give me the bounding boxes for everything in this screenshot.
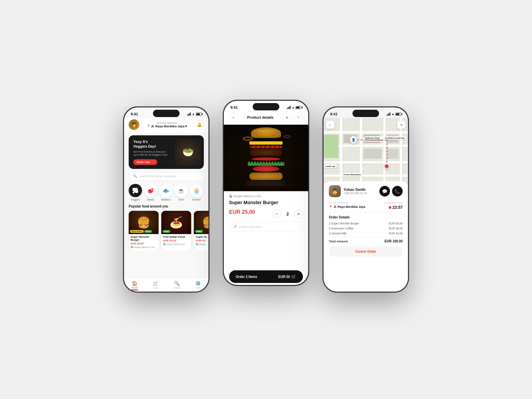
road-h3 (324, 161, 408, 163)
quantity-control: − 2 + (272, 209, 303, 218)
dashed-divider (329, 237, 403, 237)
courier-actions: 💬 📞 (379, 186, 403, 197)
share-button[interactable]: ⎋ (282, 113, 292, 122)
category-veggies[interactable]: 🥦 Veggies (129, 184, 142, 201)
dynamic-island-2 (253, 103, 279, 110)
home-nav-icon: 🏠 (132, 281, 137, 286)
cart-nav-icon: 🛒 (153, 281, 159, 286)
food-badges-burger2: Free (195, 230, 203, 233)
total-row: Total Amount EUR 100,00 (329, 239, 403, 243)
road-h1 (324, 131, 408, 133)
category-seafood[interactable]: 🐟 Seafood (159, 184, 173, 201)
arrow-right-icon: → (151, 161, 154, 164)
food-name-burger: Super Monster Burger (131, 235, 157, 241)
notification-bell[interactable]: 🔔 (195, 120, 204, 129)
search-nav-label: Search (173, 287, 181, 289)
time-value: 23:57 (392, 205, 403, 210)
courier-info: 👨 Yohan Smith +380 93 555 22 55 (329, 185, 367, 197)
category-label-dessert: Dessert (192, 198, 201, 201)
category-dessert[interactable]: 🧁 Dessert (190, 184, 203, 201)
store-icon-1: 🏪 (131, 246, 133, 248)
categories-row: 🥦 Veggies 🥩 Meats 🐟 Seafood ☕ Drink 🧁 (124, 184, 208, 204)
store-icon-detail: 🏪 (229, 195, 233, 198)
product-header: ← Product details ⎋ ♡ (224, 111, 308, 125)
home-header: 👩 Delivery Address 📍 Jl. Raya Merdeka Ja… (124, 118, 208, 133)
status-icons-3: ▲ (387, 112, 401, 116)
food-card-pasta[interactable]: 🍝 Free Free Italian Pasta EUR 35,00 🏪 Fa… (161, 211, 191, 250)
note-icon: 📝 (233, 225, 237, 228)
item-name-2: 2 Americano Coffee (329, 227, 354, 230)
back-button[interactable]: ← (229, 113, 238, 122)
map-label-park: Стамбульський пар (383, 136, 406, 140)
dynamic-island-1 (153, 110, 180, 117)
category-drink[interactable]: ☕ Drink (175, 184, 188, 201)
restaurant-name: Burger station•1.5 km (234, 195, 261, 198)
user-avatar[interactable]: 👩 (129, 119, 139, 130)
category-icon-veggies: 🥦 (129, 184, 142, 197)
section-title-popular: Popular food around you (124, 204, 208, 211)
time-3: 9:41 (330, 112, 337, 116)
food-source-burger: 🏪 Burger station•1.5 km (131, 246, 157, 248)
order-now-label: Order now (137, 161, 150, 164)
route-vertical (387, 140, 387, 166)
food-card-burger2[interactable]: 🍔 Free Super M... EUR 25... 🏪 Burger... (194, 211, 208, 250)
cancel-order-button[interactable]: Cancel Order (329, 246, 403, 257)
order-item-1: 2 Super Monster Burger EUR 50,00 (329, 222, 403, 225)
battery-icon-3 (395, 113, 401, 116)
nav-cart[interactable]: 🛒 Cart (145, 281, 167, 290)
map-label-hotel2: Готель Mezzanine (342, 173, 362, 176)
product-info: 🏪 Burger station•1.5 km Super Monster Bu… (224, 191, 308, 267)
quantity-increase-button[interactable]: + (294, 209, 303, 218)
battery-icon-1 (196, 113, 202, 116)
map-expand-button[interactable]: ⤡ (397, 121, 405, 129)
order-button[interactable]: Order 2 Items EUR 50 🛒 (229, 270, 303, 283)
courier-details: Yohan Smith +380 93 555 22 55 (343, 188, 367, 195)
food-card-burger[interactable]: 🍔 Best Seller Free Super Monster Burger … (129, 211, 159, 250)
label-nav-icon: ⚙️ (195, 281, 201, 286)
phone-1: 9:41 ▲ 👩 Delivery Address (123, 106, 209, 293)
search-nav-icon: 🔍 (174, 281, 180, 286)
label-nav-label: Label (195, 287, 201, 289)
courier-avatar: 👨 (329, 185, 341, 197)
quantity-decrease-button[interactable]: − (272, 209, 281, 218)
item-price-1: EUR 50,00 (389, 222, 403, 225)
nav-active-indicator (131, 290, 138, 290)
header-actions: ⎋ ♡ (282, 113, 303, 122)
nav-search[interactable]: 🔍 Search (166, 281, 188, 290)
order-item-2: 2 Americano Coffee EUR 30,00 (329, 227, 403, 230)
signal-icon-3 (387, 113, 390, 116)
map-label-hotel: Radisson HotelCity Centre Odesa (363, 136, 384, 142)
call-button[interactable]: 📞 (392, 186, 403, 197)
delivery-street: Jl. Raya Merdeka Jaya (333, 205, 365, 208)
delivery-address-1[interactable]: 📍 Jl. Raya Merdeka Jaya ▾ (139, 124, 195, 128)
destination-map-pin (384, 164, 389, 169)
category-meats[interactable]: 🥩 Meats (144, 184, 157, 201)
battery-icon-2 (296, 106, 302, 109)
search-icon-1: 🔍 (133, 174, 137, 178)
note-area[interactable]: 📝 Leave a note here... (229, 222, 303, 231)
quantity-value: 2 (285, 211, 290, 216)
order-btn-price: EUR 50 (278, 275, 290, 279)
category-icon-seafood: 🐟 (159, 184, 173, 197)
food-price-burger2: EUR 25... (196, 239, 208, 242)
category-label-veggies: Veggies (131, 198, 140, 201)
message-button[interactable]: 💬 (379, 186, 390, 197)
food-card-img-burger: 🍔 Best Seller Free (129, 211, 159, 234)
banner-title: Yeay It'sVeggies Day! (133, 139, 199, 149)
green-area-1 (324, 135, 338, 158)
favorite-button[interactable]: ♡ (294, 113, 303, 122)
time-1: 9:41 (131, 112, 138, 116)
delivery-row: Delivery Address 📍 Jl. Raya Merdeka Jaya… (329, 201, 403, 210)
wifi-icon-1: ▲ (192, 112, 195, 116)
order-panel: 👨 Yohan Smith +380 93 555 22 55 💬 📞 (324, 181, 408, 292)
search-bar[interactable]: 🔍 Search food, drink, restaurant (129, 172, 204, 181)
nav-label[interactable]: ⚙️ Label (188, 281, 209, 290)
food-badges-pasta: Free (163, 230, 170, 233)
food-cards-list: 🍔 Best Seller Free Super Monster Burger … (124, 211, 208, 250)
order-now-button[interactable]: Order now → (133, 159, 157, 165)
map-back-button[interactable]: ← (326, 121, 334, 129)
store-icon-2: 🏪 (163, 243, 166, 245)
nav-home[interactable]: 🏠 Home (124, 281, 145, 290)
road-v3 (383, 118, 385, 185)
promo-banner: Yeay It'sVeggies Day! Get Free Delivery … (129, 135, 204, 169)
